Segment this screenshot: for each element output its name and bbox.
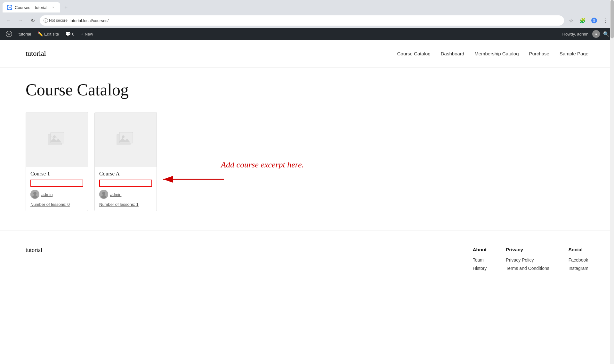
course-card-1: Course 1 admin Number of lessons: 0: [26, 112, 88, 211]
course-1-author-name[interactable]: admin: [41, 192, 53, 197]
site-header: tutorial Course Catalog Dashboard Member…: [0, 40, 614, 68]
svg-point-12: [33, 192, 36, 195]
course-1-author-avatar: [30, 190, 39, 199]
nav-sample-page[interactable]: Sample Page: [560, 51, 588, 56]
bookmark-button[interactable]: ☆: [566, 15, 576, 26]
course-1-excerpt-box[interactable]: [30, 180, 83, 187]
course-a-author-name[interactable]: admin: [110, 192, 121, 197]
courses-grid: Course 1 admin Number of lessons: 0: [26, 112, 588, 211]
url-text: tutorial.local/courses/: [69, 18, 109, 23]
not-secure-indicator: ! Not secure: [44, 18, 68, 23]
footer-brand: tutorial: [26, 247, 42, 274]
annotation-arrow: [157, 170, 227, 189]
menu-button[interactable]: ⋮: [601, 15, 611, 26]
tab-close-button[interactable]: ×: [51, 5, 56, 10]
footer-content: tutorial About Team History Privacy Priv…: [26, 247, 588, 274]
nav-course-catalog[interactable]: Course Catalog: [397, 51, 431, 56]
site-nav: Course Catalog Dashboard Membership Cata…: [397, 51, 588, 56]
site-logo[interactable]: tutorial: [26, 49, 46, 58]
course-a-wrapper: Course A admin Number of lessons: 1: [94, 112, 157, 211]
footer-history-link[interactable]: History: [473, 266, 487, 271]
svg-text:!: !: [45, 19, 46, 22]
course-a-author: admin: [99, 190, 152, 199]
course-a-info: Course A admin Number of lessons: 1: [95, 167, 157, 211]
svg-point-16: [122, 135, 125, 138]
course-1-info: Course 1 admin Number of lessons: 0: [26, 167, 88, 211]
footer-col-about: About Team History: [473, 247, 487, 274]
footer-team-link[interactable]: Team: [473, 257, 487, 263]
new-tab-button[interactable]: +: [61, 3, 70, 12]
admin-bar-edit-site[interactable]: ✏️ Edit site: [34, 28, 62, 40]
svg-text:W: W: [8, 6, 11, 9]
site-footer: tutorial About Team History Privacy Priv…: [0, 231, 614, 287]
annotation-container: Add course excerpt here.: [157, 170, 227, 190]
footer-instagram-link[interactable]: Instagram: [569, 266, 588, 271]
course-1-title[interactable]: Course 1: [30, 171, 83, 177]
footer-col-social: Social Facebook Instagram: [569, 247, 588, 274]
refresh-button[interactable]: ↻: [28, 15, 38, 26]
nav-bar: ← → ↻ ! Not secure tutorial.local/course…: [0, 13, 614, 28]
comments-count: 0: [72, 32, 74, 36]
browser-chrome: W Courses – tutorial × + ← → ↻ ! Not sec…: [0, 0, 614, 28]
back-button[interactable]: ←: [3, 15, 13, 26]
tab-bar: W Courses – tutorial × +: [0, 0, 614, 13]
admin-bar-right: Howdy, admin A 🔍: [560, 29, 611, 39]
edit-site-icon: ✏️: [37, 31, 43, 36]
comments-icon: 💬: [65, 31, 71, 36]
course-a-lessons[interactable]: Number of lessons: 1: [99, 202, 139, 207]
admin-bar-comments[interactable]: 💬 0: [62, 28, 77, 40]
new-label: New: [85, 32, 93, 36]
extensions-button[interactable]: 🧩: [578, 15, 588, 26]
footer-facebook-link[interactable]: Facebook: [569, 257, 588, 263]
footer-social-heading: Social: [569, 247, 588, 252]
svg-point-18: [102, 192, 105, 195]
course-a-thumbnail: [95, 112, 157, 167]
svg-text:G: G: [593, 19, 595, 22]
course-card-a: Course A admin Number of lessons: 1: [94, 112, 157, 211]
svg-point-19: [101, 195, 106, 198]
annotation-text: Add course excerpt here.: [221, 160, 304, 170]
admin-bar-new[interactable]: + New: [78, 28, 96, 40]
course-a-excerpt-box[interactable]: [99, 180, 152, 187]
footer-about-heading: About: [473, 247, 487, 252]
nav-icons-right: ☆ 🧩 G ⋮: [566, 15, 611, 26]
footer-col-privacy: Privacy Privacy Policy Terms and Conditi…: [506, 247, 549, 274]
scrollbar[interactable]: [610, 0, 614, 287]
tab-favicon: W: [7, 5, 12, 10]
nav-purchase[interactable]: Purchase: [529, 51, 549, 56]
warning-icon: !: [44, 18, 48, 23]
profile-button[interactable]: G: [589, 15, 599, 26]
active-tab[interactable]: W Courses – tutorial ×: [3, 2, 60, 12]
course-1-lessons[interactable]: Number of lessons: 0: [30, 202, 70, 207]
forward-button[interactable]: →: [15, 15, 26, 26]
course-1-thumbnail: [26, 112, 88, 167]
course-a-author-avatar: [99, 190, 108, 199]
footer-privacy-policy-link[interactable]: Privacy Policy: [506, 257, 549, 263]
course-1-author: admin: [30, 190, 83, 199]
wp-admin-bar: W tutorial ✏️ Edit site 💬 0 + New Howdy,…: [0, 28, 614, 40]
admin-bar-tutorial-label: tutorial: [19, 32, 31, 36]
nav-membership-catalog[interactable]: Membership Catalog: [474, 51, 519, 56]
new-icon: +: [81, 31, 84, 36]
edit-site-label: Edit site: [44, 32, 59, 36]
admin-avatar[interactable]: A: [592, 30, 600, 38]
svg-text:W: W: [7, 32, 11, 36]
footer-privacy-heading: Privacy: [506, 247, 549, 252]
howdy-text: Howdy, admin: [560, 32, 591, 36]
wp-logo-link[interactable]: W: [3, 28, 15, 40]
main-content: Course Catalog Course 1: [0, 68, 614, 231]
wp-logo-icon: W: [6, 31, 12, 37]
address-bar[interactable]: ! Not secure tutorial.local/courses/: [40, 15, 564, 26]
placeholder-image-icon: [47, 130, 67, 149]
tab-title: Courses – tutorial: [15, 5, 48, 10]
nav-dashboard[interactable]: Dashboard: [441, 51, 464, 56]
svg-point-13: [32, 195, 37, 198]
course-a-title[interactable]: Course A: [99, 171, 152, 177]
page-title: Course Catalog: [26, 80, 588, 99]
footer-terms-link[interactable]: Terms and Conditions: [506, 266, 549, 271]
admin-bar-tutorial[interactable]: tutorial: [15, 28, 34, 40]
placeholder-image-icon-2: [116, 130, 135, 149]
scrollbar-thumb[interactable]: [610, 0, 614, 38]
